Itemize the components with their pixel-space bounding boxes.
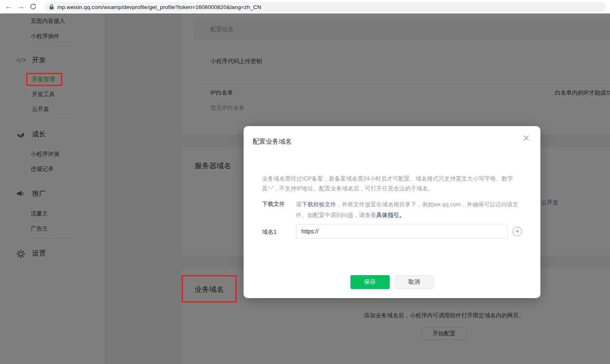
app-window: ← → mp.weixin.qq.com/wxamp/devprofile/ge… bbox=[0, 0, 610, 364]
annotation-box-business-domain bbox=[182, 275, 237, 303]
browser-back-icon[interactable]: ← bbox=[2, 1, 15, 12]
download-file-label: 下载文件 bbox=[262, 201, 285, 208]
download-verify-file-link[interactable]: 下载校验文件 bbox=[302, 201, 336, 208]
annotation-box-dev-manage bbox=[26, 73, 62, 86]
browser-toolbar: ← → mp.weixin.qq.com/wxamp/devprofile/ge… bbox=[0, 0, 610, 14]
page-body: 页面内容接入 小程序插件 </> 开发 开发管理 开发工具 云开发 成长 小程序… bbox=[0, 14, 610, 364]
modal-intro-text: 业务域名需经过ICP备案，新备案域名需24小时后才可配置。域名格式只支持英文大小… bbox=[262, 174, 522, 193]
domain1-input[interactable] bbox=[296, 224, 508, 239]
lock-icon bbox=[49, 4, 54, 10]
download-text-prefix: 请 bbox=[296, 201, 302, 208]
close-icon[interactable]: × bbox=[522, 132, 530, 144]
browser-refresh-icon[interactable] bbox=[27, 1, 39, 12]
configure-domain-modal: 配置业务域名 × 业务域名需经过ICP备案，新备案域名需24小时后才可配置。域名… bbox=[244, 126, 540, 298]
cancel-button[interactable]: 取消 bbox=[395, 275, 434, 289]
modal-title: 配置业务域名 bbox=[253, 138, 292, 146]
domain1-label: 域名1 bbox=[262, 228, 277, 236]
browser-forward-icon[interactable]: → bbox=[15, 1, 27, 12]
modal-buttons: 保存 取消 bbox=[244, 275, 540, 289]
add-domain-icon[interactable]: + bbox=[513, 227, 522, 236]
download-instructions: 请下载校验文件，并将文件放置在域名根目录下，例如wx.qq.com，并确保可以访… bbox=[296, 199, 528, 220]
url-bar[interactable]: mp.weixin.qq.com/wxamp/devprofile/get_pr… bbox=[44, 2, 606, 12]
url-text: mp.weixin.qq.com/wxamp/devprofile/get_pr… bbox=[57, 4, 261, 10]
guide-link[interactable]: 具体指引。 bbox=[376, 212, 405, 218]
save-button[interactable]: 保存 bbox=[350, 275, 390, 289]
